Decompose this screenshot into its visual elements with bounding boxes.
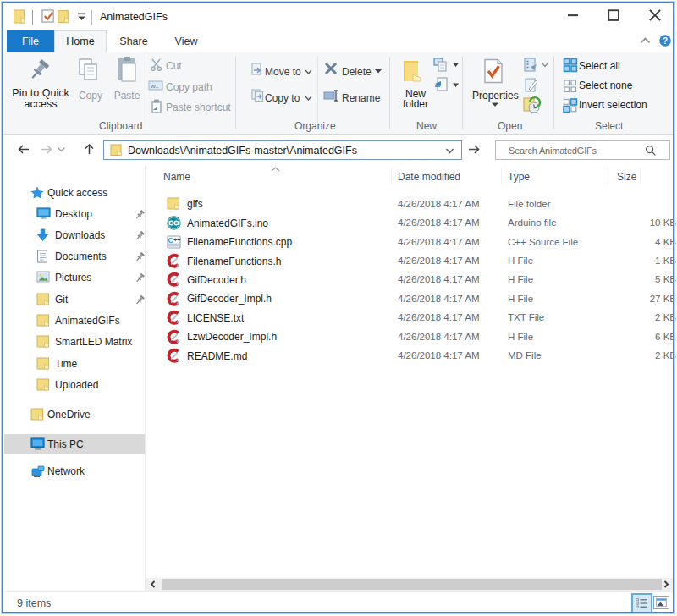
svg-text:++: ++ — [173, 237, 180, 243]
svg-text:w..: w.. — [150, 82, 159, 90]
svg-text:?: ? — [663, 36, 668, 46]
